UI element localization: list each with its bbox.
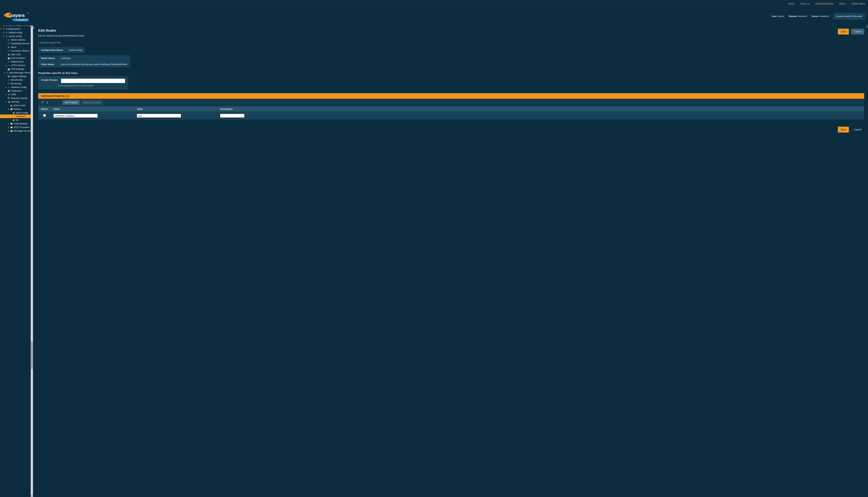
property-description-input[interactable]: [220, 114, 245, 118]
sidebar-item-label: admin-realm: [16, 111, 28, 114]
select-all-icon[interactable]: [41, 101, 44, 104]
scrollbar-down-icon[interactable]: [31, 495, 33, 497]
tree-toggle-icon[interactable]: ▶: [8, 130, 9, 132]
top-link-home[interactable]: Home: [788, 2, 795, 5]
bean-icon: ☕: [7, 57, 10, 59]
sidebar-item-microprofile[interactable]: ✶MicroProfile: [0, 78, 32, 82]
server-info: Server: localhost: [812, 15, 829, 17]
sidebar-item-http-service[interactable]: ▶●HTTP Service: [0, 63, 32, 67]
sidebar-item-healthcheck[interactable]: ♥HealthCheck: [0, 60, 32, 63]
sidebar-item-label: Security: [11, 100, 19, 103]
sidebar-item-label: Java Message Service: [9, 71, 32, 74]
sidebar-splitter[interactable]: ◀◀: [33, 26, 35, 497]
navigation-sidebar: ▦ Resource Adapter Configs ▼ ⚙ Configura…: [0, 26, 33, 497]
sidebar-item-availability-service[interactable]: 🖵Availability Service: [0, 42, 32, 45]
class-name-value: com.sun.enterprise.security.auth.realm.c…: [58, 61, 130, 67]
property-name-input[interactable]: [54, 114, 98, 118]
col-value[interactable]: Value: [134, 106, 217, 112]
top-link-enterprise[interactable]: Payara Enterprise: [815, 2, 833, 5]
sidebar-item-logger-settings[interactable]: ▤Logger Settings: [0, 74, 32, 78]
masthead: payara ® COMMUNITY User: admin Domain: d…: [0, 7, 868, 26]
tree-toggle-icon[interactable]: ▶: [3, 32, 4, 33]
sidebar-item-admin-audit[interactable]: 🔒Admin Audit: [0, 103, 32, 107]
sidebar-item-orb[interactable]: ▶⇆ORB: [0, 93, 32, 96]
additional-properties-section: Additional Properties (1) Add Property D…: [38, 93, 864, 120]
top-link-online-help[interactable]: Online Help⧉: [852, 2, 865, 5]
page-scroll-indicator[interactable]: [866, 26, 868, 28]
sidebar-item-admin-service[interactable]: ⊞Admin Service: [0, 38, 32, 42]
sidebar-item-label: Network Config: [11, 86, 27, 88]
sidebar-item-notification[interactable]: 🔔Notification: [0, 89, 32, 93]
cancel-button-bottom[interactable]: Cancel: [851, 127, 864, 132]
sidebar-item-realms[interactable]: ▼📁Realms: [0, 107, 32, 111]
tree-toggle-icon[interactable]: ▼: [0, 28, 2, 30]
sidebar-item-admin-realm[interactable]: 🔒admin-realm: [0, 111, 32, 114]
sidebar-item-security[interactable]: ▼🔒Security: [0, 100, 32, 103]
assign-groups-input[interactable]: [61, 79, 125, 83]
sidebar-item-certificate[interactable]: 🔒certificate: [0, 114, 32, 118]
sidebar-item-request-tracing[interactable]: 🔍Request Tracing: [0, 96, 32, 100]
bottom-button-bar: Save Cancel: [38, 127, 864, 132]
tree-toggle-icon[interactable]: ▼: [5, 101, 7, 103]
col-name[interactable]: Name: [51, 106, 134, 112]
sidebar-item-jacc-providers[interactable]: ▶📁JACC Providers: [0, 125, 32, 129]
sidebar-scrollbar[interactable]: [31, 26, 33, 497]
sidebar-item-default-config[interactable]: ▶ ⚙ default-config: [0, 31, 32, 34]
brand-logo[interactable]: payara ® COMMUNITY: [3, 10, 29, 23]
top-link-help[interactable]: Help⧉: [839, 2, 845, 5]
property-value-input[interactable]: [137, 114, 181, 118]
globe-icon: ●: [8, 64, 10, 67]
lock-icon: 🔒: [10, 104, 13, 107]
sidebar-item-label: Admin Audit: [13, 104, 25, 107]
tree-toggle-icon[interactable]: ▶: [5, 94, 7, 96]
row-select-checkbox[interactable]: [43, 114, 46, 117]
save-button[interactable]: Save: [838, 29, 849, 34]
sidebar-item-ejb-container[interactable]: ☕EJB Container: [0, 56, 32, 60]
sidebar-item-label: Realms: [14, 108, 21, 110]
sidebar-item-audit-modules[interactable]: ▶📁Audit Modules: [0, 122, 32, 125]
sidebar-item-data-grid[interactable]: ▥Data Grid: [0, 53, 32, 56]
sidebar-item-message-security[interactable]: ▶📁Message Security: [0, 129, 32, 133]
tree-toggle-icon[interactable]: ▶: [8, 123, 9, 125]
sidebar-item-label: certificate: [16, 115, 25, 118]
sidebar-item-resource-adapter-configs[interactable]: ▦ Resource Adapter Configs: [0, 26, 32, 27]
tree-toggle-icon[interactable]: ▶: [5, 86, 7, 88]
lock-icon: 🔒: [12, 115, 15, 118]
sidebar-item-jms[interactable]: ▶⮀Java Message Service: [0, 71, 32, 74]
sidebar-item-file[interactable]: 🔒file: [0, 118, 32, 122]
tree-toggle-icon[interactable]: ▼: [3, 36, 4, 37]
col-description[interactable]: Description: [217, 106, 864, 112]
top-link-about[interactable]: About...⧉: [800, 2, 810, 5]
sidebar-item-configurations[interactable]: ▼ ⚙ Configurations: [0, 27, 32, 31]
tree-toggle-icon[interactable]: ▶: [4, 72, 5, 73]
sidebar-item-connector-service[interactable]: ⮂Connector Service: [0, 49, 32, 53]
tree-toggle-icon[interactable]: ▶: [5, 65, 7, 66]
save-button-bottom[interactable]: Save: [838, 127, 849, 132]
tree-toggle-icon[interactable]: ▶: [8, 126, 9, 128]
sidebar-item-server-config[interactable]: ▼ ⚙ server-config: [0, 34, 32, 38]
lock-icon: 🔒: [12, 111, 15, 114]
svg-rect-5: [47, 101, 47, 102]
brand-edition-badge: COMMUNITY: [16, 19, 27, 21]
coffee-icon: ☕: [7, 68, 10, 70]
scrollbar-up-icon[interactable]: [31, 26, 33, 28]
domain-label: Domain:: [789, 15, 798, 17]
enable-recorder-button[interactable]: Enable Asadmin Recorder: [833, 13, 865, 19]
sidebar-item-label: Logger Settings: [11, 75, 27, 77]
deselect-all-icon[interactable]: [46, 101, 50, 104]
scrollbar-thumb[interactable]: [31, 341, 33, 369]
domain-value: domain1: [798, 15, 807, 17]
col-select[interactable]: Select: [38, 106, 51, 112]
cancel-button[interactable]: Cancel: [851, 29, 864, 34]
delete-properties-button[interactable]: Delete Properties: [81, 100, 103, 105]
add-property-button[interactable]: Add Property: [62, 100, 80, 105]
sidebar-item-network-config[interactable]: ▶●Network Config: [0, 85, 32, 89]
tree-toggle-icon[interactable]: ▼: [8, 108, 9, 110]
external-link-icon: ⧉: [864, 3, 865, 4]
sidebar-item-monitoring[interactable]: 🖵Monitoring: [0, 82, 32, 85]
sidebar-item-batch[interactable]: ≣Batch: [0, 45, 32, 49]
folder-icon: 📁: [10, 126, 13, 129]
main-content: Edit Realm Edit an existing security (au…: [35, 26, 868, 497]
sidebar-item-jvm-settings[interactable]: ☕JVM Settings: [0, 67, 32, 71]
sidebar-item-label: Data Grid: [11, 53, 20, 56]
